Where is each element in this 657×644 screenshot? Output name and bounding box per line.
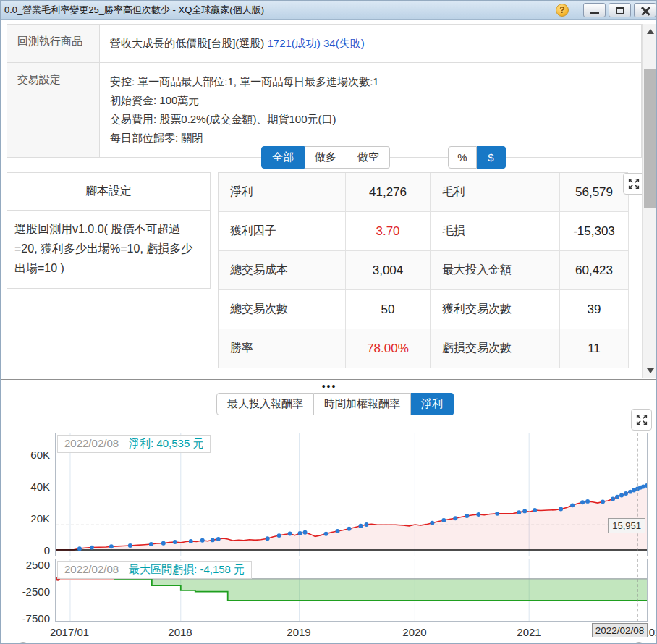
script-settings-header: 腳本設定	[7, 172, 211, 211]
tab-all[interactable]: 全部	[261, 146, 305, 169]
stat-label: 總交易成本	[219, 251, 346, 290]
title-bar: 0.0_營業毛利率變更25_勝率高但次數少 - XQ全球贏家(個人版) ?	[1, 1, 657, 20]
row-label: 回測執行商品	[7, 25, 100, 62]
position-filter-tabs: 全部 做多 做空	[261, 146, 390, 169]
x-tick-label: 2018	[151, 626, 209, 638]
drawdown-chart[interactable]: 2022/02/08最大區間虧損: -4,158 元	[55, 559, 648, 622]
crosshair-date-label: 2022/02/08	[592, 623, 648, 637]
tooltip-value: 最大區間虧損: -4,158 元	[129, 563, 245, 575]
dollar-toggle[interactable]: $	[477, 146, 506, 169]
titlebar-buttons: ?	[556, 3, 657, 17]
equity-tooltip: 2022/02/08淨利: 40,535 元	[57, 435, 211, 453]
tooltip-date: 2022/02/08	[64, 437, 119, 449]
expand-chart-button[interactable]	[631, 409, 652, 431]
stat-label: 淨利	[219, 173, 346, 212]
stat-label: 總交易次數	[219, 290, 346, 329]
app-window: 0.0_營業毛利率變更25_勝率高但次數少 - XQ全球贏家(個人版) ? 回測…	[0, 0, 657, 644]
stat-label: 毛利	[431, 173, 560, 212]
script-settings-body: 選股回測用v1.0.0( 股價不可超過=20, 獲利多少出場%=10, 虧損多少…	[7, 211, 211, 289]
backtest-product-cell: 營收大成長的低價股[台股](選股) 1721(成功) 34(失敗)	[100, 25, 641, 62]
tooltip-date: 2022/02/08	[64, 563, 119, 575]
marker-value-label: 15,951	[608, 518, 645, 533]
y-tick-label: 20K	[5, 512, 50, 525]
percent-toggle[interactable]: %	[448, 146, 477, 169]
x-tick-label: 2021	[500, 626, 558, 638]
arrow-up-icon	[647, 29, 654, 34]
scrollbar-thumb[interactable]	[644, 69, 656, 208]
stat-label: 獲利交易次數	[431, 290, 560, 329]
arrow-down-icon	[647, 368, 654, 373]
maximize-icon	[616, 7, 624, 14]
expand-icon	[635, 413, 648, 426]
scroll-up-button[interactable]	[643, 24, 657, 38]
setting-line: 每日部位歸零: 關閉	[110, 129, 631, 148]
stat-value: 78.00%	[346, 329, 431, 368]
tab-time-weighted-return[interactable]: 時間加權報酬率	[314, 393, 411, 415]
stat-value: 3.70	[346, 212, 431, 251]
y-tick-label: 2500	[5, 559, 50, 571]
backtest-info-table: 回測執行商品 營收大成長的低價股[台股](選股) 1721(成功) 34(失敗)…	[7, 24, 642, 158]
splitter-handle-icon: •••	[322, 384, 337, 389]
window-title: 0.0_營業毛利率變更25_勝率高但次數少 - XQ全球贏家(個人版)	[1, 4, 556, 17]
setting-line: 初始資金: 100萬元	[110, 91, 631, 110]
expand-icon	[627, 177, 640, 190]
y-tick-label: -7500	[5, 612, 50, 624]
y-tick-label: 60K	[5, 449, 50, 461]
result-count-link[interactable]: 1721(成功) 34(失敗)	[268, 37, 365, 49]
question-icon: ?	[559, 5, 564, 15]
table-row: 交易設定 安控: 單一商品最大部位:1, 單一商品每日最多進場次數:1 初始資金…	[7, 63, 641, 158]
maximize-button[interactable]	[609, 3, 631, 17]
trade-settings-cell: 安控: 單一商品最大部位:1, 單一商品每日最多進場次數:1 初始資金: 100…	[100, 63, 641, 157]
tab-long[interactable]: 做多	[305, 146, 347, 169]
drawdown-tooltip: 2022/02/08最大區間虧損: -4,158 元	[57, 561, 252, 579]
scroll-down-button[interactable]	[643, 363, 657, 378]
y-tick-label: 40K	[5, 480, 50, 493]
stat-label: 勝率	[219, 329, 346, 368]
stat-label: 最大投入金額	[431, 251, 560, 290]
minimize-icon	[590, 12, 599, 14]
stat-value: 60,423	[560, 251, 629, 290]
equity-chart[interactable]: 2022/02/08淨利: 40,535 元 15,951	[55, 433, 648, 556]
table-row: 回測執行商品 營收大成長的低價股[台股](選股) 1721(成功) 34(失敗)	[7, 25, 641, 63]
minimize-button[interactable]	[583, 3, 606, 17]
y-tick-label: -2500	[5, 585, 50, 598]
tab-max-invest-return[interactable]: 最大投入報酬率	[216, 393, 314, 415]
help-button[interactable]: ?	[556, 4, 569, 17]
script-settings-panel: 腳本設定 選股回測用v1.0.0( 股價不可超過=20, 獲利多少出場%=10,…	[7, 172, 211, 289]
stat-value: 56,579	[560, 173, 629, 212]
setting-line: 交易費用: 股票0.2%(成交金額)、期貨100元(口)	[110, 110, 631, 129]
x-tick-label: 2020	[386, 626, 444, 638]
stat-value: 3,004	[346, 251, 431, 290]
performance-stats-table: 淨利41,276毛利56,579獲利因子3.70毛損-15,303總交易成本3,…	[218, 172, 628, 368]
tab-net-profit[interactable]: 淨利	[411, 393, 454, 415]
product-name: 營收大成長的低價股[台股](選股)	[110, 37, 268, 49]
tooltip-value: 淨利: 40,535 元	[129, 437, 203, 449]
pane-splitter[interactable]: •••	[1, 379, 657, 386]
close-button[interactable]	[634, 3, 656, 17]
stat-label: 毛損	[431, 212, 560, 251]
setting-line: 安控: 單一商品最大部位:1, 單一商品每日最多進場次數:1	[110, 72, 631, 91]
stat-value: 11	[560, 329, 629, 368]
stat-label: 虧損交易次數	[431, 329, 560, 368]
row-label: 交易設定	[7, 63, 100, 157]
x-tick-label: 2017/01	[41, 626, 98, 638]
stat-value: -15,303	[560, 212, 629, 251]
stat-value: 50	[346, 290, 431, 329]
chart-metric-tabs: 最大投入報酬率 時間加權報酬率 淨利	[216, 393, 454, 415]
chart-x-axis: 2017/0120182019202020212022	[1, 624, 657, 639]
tab-short[interactable]: 做空	[347, 146, 390, 169]
vertical-scrollbar[interactable]	[642, 24, 657, 378]
stat-label: 獲利因子	[219, 212, 346, 251]
y-tick-label: 0	[5, 544, 50, 556]
stat-value: 41,276	[346, 173, 431, 212]
unit-toggle: % $	[448, 146, 506, 169]
stat-value: 39	[560, 290, 629, 329]
x-tick-label: 2019	[270, 626, 328, 638]
